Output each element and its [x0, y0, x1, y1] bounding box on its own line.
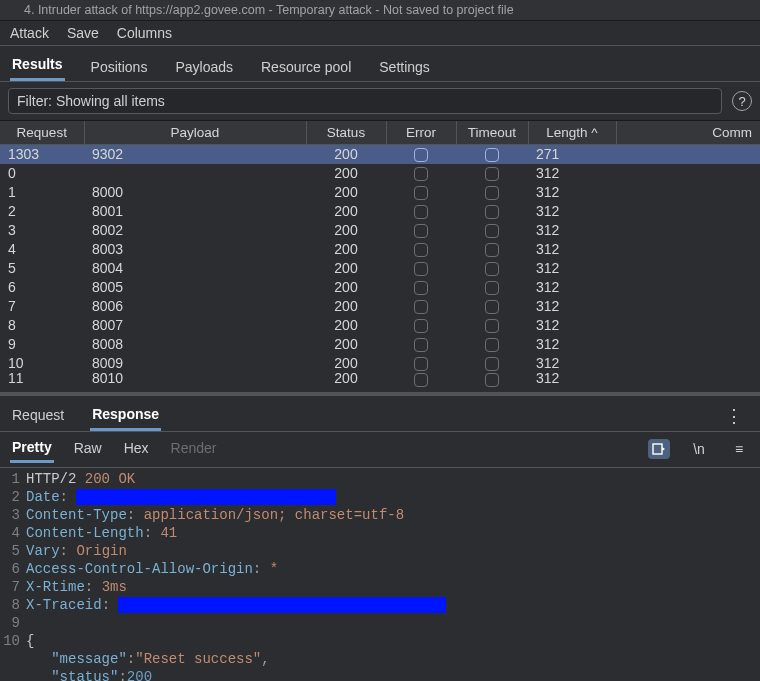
- checkbox-icon: [485, 338, 499, 352]
- checkbox-icon: [414, 281, 428, 295]
- cell-status: 200: [306, 183, 386, 202]
- cell-comment: [616, 164, 760, 183]
- checkbox-icon: [485, 224, 499, 238]
- table-row[interactable]: 78006200312: [0, 297, 760, 316]
- tab-positions[interactable]: Positions: [89, 55, 150, 81]
- checkbox-icon: [414, 338, 428, 352]
- table-row[interactable]: 98008200312: [0, 335, 760, 354]
- checkbox-icon: [485, 243, 499, 257]
- cell-request: 10: [0, 354, 84, 373]
- actions-icon[interactable]: [648, 439, 670, 459]
- cell-comment: [616, 316, 760, 335]
- filter-input[interactable]: Filter: Showing all items: [8, 88, 722, 114]
- cell-timeout: [456, 145, 528, 164]
- table-row[interactable]: 58004200312: [0, 259, 760, 278]
- cell-payload: 9302: [84, 145, 306, 164]
- cell-timeout: [456, 335, 528, 354]
- checkbox-icon: [414, 262, 428, 276]
- col-length[interactable]: Length ^: [528, 121, 616, 145]
- tab-response[interactable]: Response: [90, 402, 161, 431]
- cell-status: 200: [306, 316, 386, 335]
- cell-status: 200: [306, 335, 386, 354]
- cell-error: [386, 145, 456, 164]
- cell-status: 200: [306, 278, 386, 297]
- menu-attack[interactable]: Attack: [10, 25, 49, 41]
- response-editor[interactable]: 12345678910 HTTP/2 200 OK Date: Content-…: [0, 468, 760, 682]
- newline-icon[interactable]: \n: [688, 439, 710, 459]
- table-row[interactable]: 68005200312: [0, 278, 760, 297]
- filter-bar: Filter: Showing all items ?: [0, 82, 760, 120]
- cell-payload: 8003: [84, 240, 306, 259]
- cell-status: 200: [306, 259, 386, 278]
- col-timeout[interactable]: Timeout: [456, 121, 528, 145]
- viewmode-raw[interactable]: Raw: [72, 437, 104, 461]
- redacted-traceid: [118, 597, 446, 613]
- header-value: 41: [160, 525, 177, 541]
- tab-request[interactable]: Request: [10, 403, 66, 429]
- viewmode-hex[interactable]: Hex: [122, 437, 151, 461]
- cell-payload: 8009: [84, 354, 306, 373]
- detail-more-icon[interactable]: ⋮: [725, 405, 750, 427]
- checkbox-icon: [485, 186, 499, 200]
- cell-timeout: [456, 183, 528, 202]
- results-table: Request Payload Status Error Timeout Len…: [0, 121, 760, 392]
- col-payload[interactable]: Payload: [84, 121, 306, 145]
- tab-payloads[interactable]: Payloads: [173, 55, 235, 81]
- viewmode-pretty[interactable]: Pretty: [10, 436, 54, 463]
- header-name: Content-Type: [26, 507, 127, 523]
- table-row[interactable]: 118010200312: [0, 373, 760, 392]
- table-row[interactable]: 28001200312: [0, 202, 760, 221]
- viewmode-render[interactable]: Render: [169, 437, 219, 461]
- cell-timeout: [456, 354, 528, 373]
- cell-length: 312: [528, 373, 616, 392]
- cell-length: 271: [528, 145, 616, 164]
- cell-length: 312: [528, 164, 616, 183]
- cell-request: 4: [0, 240, 84, 259]
- cell-comment: [616, 373, 760, 392]
- cell-timeout: [456, 297, 528, 316]
- col-request[interactable]: Request: [0, 121, 84, 145]
- table-row[interactable]: 18000200312: [0, 183, 760, 202]
- header-name: Vary: [26, 543, 60, 559]
- cell-error: [386, 297, 456, 316]
- col-error[interactable]: Error: [386, 121, 456, 145]
- cell-request: 6: [0, 278, 84, 297]
- help-icon[interactable]: ?: [732, 91, 752, 111]
- cell-comment: [616, 221, 760, 240]
- table-row[interactable]: 88007200312: [0, 316, 760, 335]
- cell-request: 5: [0, 259, 84, 278]
- svg-rect-0: [653, 444, 662, 454]
- tab-settings[interactable]: Settings: [377, 55, 432, 81]
- tab-results[interactable]: Results: [10, 52, 65, 81]
- menu-columns[interactable]: Columns: [117, 25, 172, 41]
- cell-error: [386, 373, 456, 392]
- cell-length: 312: [528, 335, 616, 354]
- table-row[interactable]: 0200312: [0, 164, 760, 183]
- table-row[interactable]: 108009200312: [0, 354, 760, 373]
- cell-comment: [616, 259, 760, 278]
- cell-error: [386, 240, 456, 259]
- col-status[interactable]: Status: [306, 121, 386, 145]
- cell-length: 312: [528, 278, 616, 297]
- table-row[interactable]: 38002200312: [0, 221, 760, 240]
- hamburger-icon[interactable]: ≡: [728, 439, 750, 459]
- cell-request: 1303: [0, 145, 84, 164]
- checkbox-icon: [485, 262, 499, 276]
- cell-comment: [616, 183, 760, 202]
- menu-save[interactable]: Save: [67, 25, 99, 41]
- results-table-wrap: Request Payload Status Error Timeout Len…: [0, 120, 760, 392]
- table-row[interactable]: 48003200312: [0, 240, 760, 259]
- col-comment[interactable]: Comm: [616, 121, 760, 145]
- checkbox-icon: [414, 186, 428, 200]
- header-value: Origin: [76, 543, 126, 559]
- checkbox-icon: [485, 281, 499, 295]
- cell-request: 3: [0, 221, 84, 240]
- cell-payload: 8007: [84, 316, 306, 335]
- table-row[interactable]: 13039302200271: [0, 145, 760, 164]
- cell-payload: 8002: [84, 221, 306, 240]
- cell-timeout: [456, 278, 528, 297]
- tab-resource-pool[interactable]: Resource pool: [259, 55, 353, 81]
- cell-error: [386, 183, 456, 202]
- redacted-date: [76, 489, 336, 505]
- table-header-row: Request Payload Status Error Timeout Len…: [0, 121, 760, 145]
